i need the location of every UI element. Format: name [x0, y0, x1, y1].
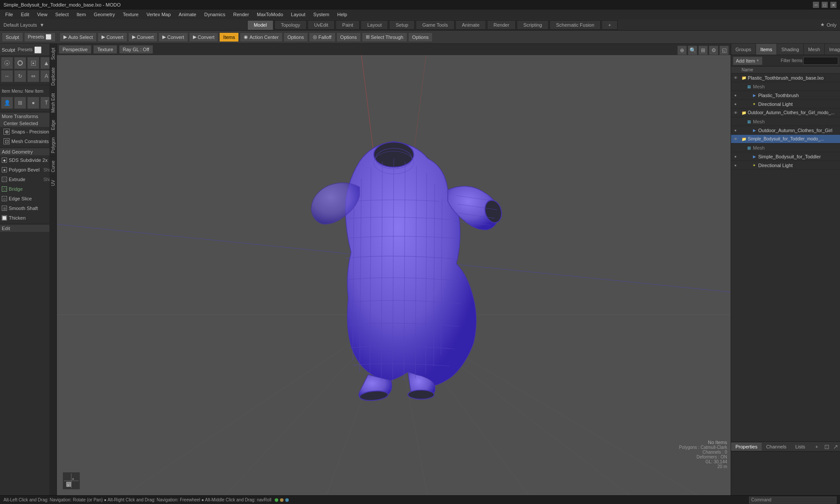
tool-transform2[interactable]: ↻ — [14, 70, 26, 82]
item-row-light2[interactable]: ● ✦ Directional Light — [731, 161, 840, 170]
close-btn[interactable]: ✕ — [830, 2, 836, 8]
vp-icon4[interactable]: ⚙ — [709, 46, 718, 55]
snaps-precision-btn[interactable]: ⊕ Snaps - Precision — [0, 127, 56, 136]
tool-item1[interactable]: 👤 — [1, 97, 13, 109]
menu-file[interactable]: File — [2, 11, 17, 18]
more-transforms-header[interactable]: More Transforms ▼ — [0, 113, 56, 120]
tab-setup[interactable]: Setup — [389, 20, 415, 30]
item-row-file3[interactable]: 👁 📁 Simple_Bodysuit_for_Toddler_modo_... — [731, 135, 840, 144]
side-tab-mesh-edit[interactable]: Mesh Edit — [49, 89, 56, 116]
menu-view[interactable]: View — [34, 11, 51, 18]
only-label[interactable]: Only — [826, 22, 836, 28]
options1-btn[interactable]: Options — [284, 32, 308, 42]
smooth-shift-btn[interactable]: ◎ Smooth Shaft — [0, 203, 56, 213]
tab-schematic[interactable]: Schematic Fusion — [550, 20, 601, 30]
convert1-btn[interactable]: ▶ Convert — [98, 32, 127, 42]
raygl-btn[interactable]: Ray GL : Off — [119, 45, 154, 54]
item-row-file2[interactable]: 👁 📁 Outdoor_Autumn_Clothes_for_Girl_modo… — [731, 108, 840, 117]
menu-dynamics[interactable]: Dynamics — [201, 11, 229, 18]
bridge-btn[interactable]: ⬡ Bridge — [0, 184, 56, 194]
menu-texture[interactable]: Texture — [119, 11, 142, 18]
tab-animate[interactable]: Animate — [455, 20, 486, 30]
compass-widget[interactable]: y x — [60, 470, 82, 492]
rp-tab-items[interactable]: Items — [756, 44, 777, 55]
item-row-obj2[interactable]: ● ▶ Outdoor_Autumn_Clothes_for_Girl — [731, 126, 840, 135]
tab-gametools[interactable]: Game Tools — [416, 20, 455, 30]
prop-tab-channels[interactable]: Channels — [762, 443, 791, 451]
convert3-btn[interactable]: ▶ Convert — [158, 32, 188, 42]
maximize-btn[interactable]: □ — [822, 2, 828, 8]
side-tab-edge[interactable]: Edge — [49, 116, 56, 133]
menu-system[interactable]: System — [310, 11, 333, 18]
prop-tab-lists[interactable]: Lists — [791, 443, 810, 451]
tab-paint[interactable]: Paint — [336, 20, 360, 30]
tab-uvedit[interactable]: UvEdit — [308, 20, 335, 30]
prop-detach-icon[interactable]: ↗ — [831, 443, 840, 450]
options3-btn[interactable]: Options — [408, 32, 433, 42]
presets-btn[interactable]: Presets ⬜ — [24, 32, 56, 42]
minimize-btn[interactable]: ─ — [813, 2, 819, 8]
command-input[interactable]: Command — [749, 497, 836, 504]
select-through-btn[interactable]: ⊞ Select Through — [362, 32, 407, 42]
tab-model[interactable]: Model — [247, 20, 273, 30]
prop-expand-icon[interactable]: ⊡ — [822, 443, 831, 450]
convert2-btn[interactable]: ▶ Convert — [128, 32, 158, 42]
falloff-btn[interactable]: ◎ Falloff — [309, 32, 336, 42]
thicken-btn[interactable]: ⬜ Thicken — [0, 213, 56, 223]
presets-label[interactable]: Presets — [18, 47, 33, 52]
side-tab-uv[interactable]: UV — [49, 176, 56, 189]
item-row-mesh2[interactable]: ▦ Mesh — [731, 117, 840, 126]
menu-geometry[interactable]: Geometry — [90, 11, 118, 18]
add-geometry-header[interactable]: Add Geometry — [0, 148, 56, 155]
tab-render[interactable]: Render — [487, 20, 516, 30]
side-tab-curve[interactable]: Curve — [49, 157, 56, 176]
tool-transform1[interactable]: ↔ — [1, 70, 13, 82]
item-row-mesh1[interactable]: ▦ Mesh — [731, 82, 840, 91]
vp-icon3[interactable]: ⊞ — [698, 46, 708, 55]
menu-render[interactable]: Render — [230, 11, 252, 18]
convert4-btn[interactable]: ▶ Convert — [189, 32, 219, 42]
rp-tab-groups[interactable]: Groups — [731, 44, 756, 55]
item-row-obj3[interactable]: ● ▶ Simple_Bodysuit_for_Toddler — [731, 152, 840, 161]
texture-btn[interactable]: Texture — [93, 45, 117, 54]
menu-layout[interactable]: Layout — [287, 11, 309, 18]
items-btn[interactable]: Items — [219, 32, 239, 42]
item-menu-btn[interactable]: Item Menu: New Item — [0, 86, 56, 96]
add-item-btn[interactable]: Add Item ▼ — [733, 56, 763, 65]
options2-btn[interactable]: Options — [336, 32, 361, 42]
sds-subdivide-btn[interactable]: ◆ SDS Subdivide 2x — [0, 155, 56, 165]
menu-help[interactable]: Help — [334, 11, 351, 18]
tool-transform3[interactable]: ⇔ — [27, 70, 39, 82]
tool-circle1[interactable]: ● — [1, 57, 13, 69]
polygon-bevel-btn[interactable]: ◈ Polygon Bevel Shift+ — [0, 165, 56, 175]
menu-select[interactable]: Select — [52, 11, 72, 18]
auto-select-btn[interactable]: ▶ Auto Select — [60, 32, 97, 42]
menu-animate[interactable]: Animate — [175, 11, 200, 18]
action-center-btn[interactable]: ◉ Action Center — [240, 32, 283, 42]
tool-item2[interactable]: ⊞ — [14, 97, 26, 109]
tool-item3[interactable]: ● — [27, 97, 39, 109]
item-row-light1[interactable]: ● ✦ Directional Light — [731, 100, 840, 108]
tab-add[interactable]: + — [602, 20, 617, 30]
menu-edit[interactable]: Edit — [18, 11, 33, 18]
vp-icon5[interactable]: ◱ — [719, 46, 729, 55]
rp-tab-images[interactable]: Images — [825, 44, 840, 55]
prop-tab-add[interactable]: + — [811, 443, 822, 451]
menu-vertexmap[interactable]: Vertex Map — [143, 11, 175, 18]
tab-layout[interactable]: Layout — [360, 20, 388, 30]
layout-arrow[interactable]: ▼ — [39, 22, 44, 28]
tab-scripting[interactable]: Scripting — [517, 20, 549, 30]
tool-square1[interactable]: ■ — [27, 57, 39, 69]
layout-label[interactable]: Default Layouts — [4, 22, 37, 28]
edge-slice-btn[interactable]: ◇ Edge Slice — [0, 194, 56, 203]
prop-tab-properties[interactable]: Properties — [731, 443, 762, 451]
item-row-file1[interactable]: 👁 📁 Plastic_Toothbrush_modo_base.lxo — [731, 74, 840, 82]
tool-circle2[interactable] — [14, 57, 26, 69]
side-tab-duplicate[interactable]: Duplicate — [49, 63, 56, 89]
filter-input[interactable] — [803, 57, 838, 65]
side-tab-polygon[interactable]: Polygon — [49, 133, 56, 157]
presets-icon[interactable]: ⬜ — [34, 46, 42, 53]
item-row-mesh3[interactable]: ▦ Mesh — [731, 144, 840, 152]
sculpt-btn[interactable]: Sculpt — [2, 32, 23, 42]
menu-maxtomodo[interactable]: MaxToModo — [253, 11, 287, 18]
